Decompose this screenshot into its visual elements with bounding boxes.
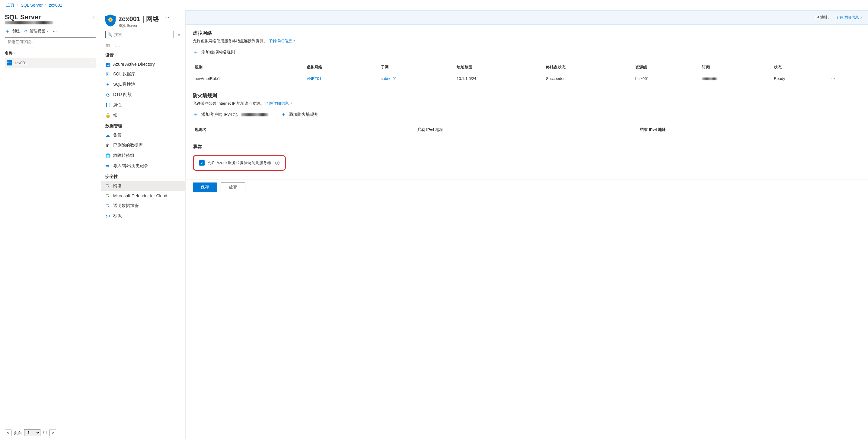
cell-subnet-link[interactable]: subnet01 [381, 76, 397, 81]
breadcrumb-home[interactable]: 主页 [6, 2, 14, 8]
nav-item-tde[interactable]: 🛡透明数据加密 [101, 200, 185, 211]
obscured-subtitle [5, 21, 53, 24]
resource-item[interactable]: zcx001 ⋯ [5, 58, 96, 68]
cell-range: 10.1.1.0/24 [455, 73, 544, 84]
add-vnet-rule[interactable]: ＋ 添加虚拟网络规则 [193, 48, 235, 56]
more-commands-button[interactable]: ⋯ [53, 29, 57, 33]
nav-search-input[interactable] [114, 32, 172, 37]
cell-rg: hulk001 [633, 73, 700, 84]
col-range[interactable]: 地址范围 [455, 62, 544, 73]
vnet-table: 规则 虚拟网络 子网 地址范围 终结点状态 资源组 订阅 状态 newVnetR… [193, 62, 861, 84]
external-link-icon: ↗ [293, 39, 296, 43]
pager-select[interactable]: 1 [24, 429, 40, 436]
plus-icon: ＋ [193, 48, 199, 56]
nav-item-backup[interactable]: ☁备份 [101, 130, 185, 140]
network-shield-icon: 🛡 [105, 183, 110, 188]
nav-item-sql-db[interactable]: 🗄SQL 数据库 [101, 69, 185, 79]
tag-icon: 🏷 [105, 214, 110, 218]
col-subnet[interactable]: 子网 [379, 62, 455, 73]
fw-learn-more[interactable]: 了解详细信息↗ [265, 101, 292, 105]
col-endpoint[interactable]: 终结点状态 [544, 62, 633, 73]
pager: < 页面 1 / 1 > [5, 426, 96, 436]
sql-server-icon [7, 60, 12, 65]
col-fw-start[interactable]: 启动 IPv4 地址 [415, 124, 638, 135]
vnet-title: 虚拟网络 [193, 30, 861, 36]
database-icon: 🗄 [105, 72, 110, 76]
resource-list-panel: SQL Server « ＋ 创建 ⚙ 管理视图 ▾ ⋯ 名称 ↑↓ zcx00 [0, 10, 101, 439]
footer-bar: 保存 放弃 [186, 179, 868, 195]
nav-item-deleted-db[interactable]: 🗑已删除的数据库 [101, 140, 185, 151]
col-vnet[interactable]: 虚拟网络 [305, 62, 379, 73]
external-link-icon: ↗ [289, 102, 292, 105]
col-subscription[interactable]: 订阅 [700, 62, 772, 73]
nav-item-aad[interactable]: 👥Azure Active Directory [101, 59, 185, 69]
obscured-ip [241, 113, 268, 116]
resource-nav-panel: zcx001 | 网络 SQL Server ⋯ 🔍 « ▦…… 设置 👥Azu… [101, 10, 186, 439]
nav-item-tags[interactable]: 🏷标识 [101, 211, 185, 221]
allow-azure-checkbox[interactable]: ✓ [199, 160, 205, 166]
resource-item-more[interactable]: ⋯ [90, 61, 94, 65]
breadcrumb-sep: › [17, 3, 19, 7]
column-header-name[interactable]: 名称 ↑↓ [5, 51, 96, 56]
svg-rect-1 [110, 19, 111, 21]
col-rg[interactable]: 资源组 [633, 62, 700, 73]
save-button[interactable]: 保存 [193, 183, 217, 192]
info-icon[interactable]: i [275, 161, 279, 165]
collapse-nav-icon[interactable]: « [176, 31, 181, 38]
nav-item-network[interactable]: 🛡网络 [101, 181, 185, 191]
nav-item-truncated[interactable]: ▦…… [101, 40, 185, 50]
title-more-button[interactable]: ⋯ [162, 14, 172, 20]
create-button[interactable]: ＋ 创建 [5, 28, 20, 34]
fw-title: 防火墙规则 [193, 93, 861, 99]
plus-icon: ＋ [193, 111, 199, 119]
create-label: 创建 [12, 28, 20, 34]
add-client-ip[interactable]: ＋ 添加客户端 IPv4 地 [193, 111, 268, 119]
col-rule[interactable]: 规则 [193, 62, 305, 73]
nav-item-elastic[interactable]: ✦SQL 弹性池 [101, 79, 185, 90]
col-fw-name[interactable]: 规则名 [193, 124, 415, 135]
col-state[interactable]: 状态 [772, 62, 829, 73]
gauge-icon: ◔ [105, 92, 110, 97]
external-link-icon: ↗ [860, 16, 862, 19]
section-exceptions: 异常 ✓ 允许 Azure 服务和资源访问此服务器 i [186, 144, 868, 179]
info-strip-link[interactable]: 了解详细信息↗ [835, 15, 862, 20]
manage-view-button[interactable]: ⚙ 管理视图 ▾ [24, 28, 49, 34]
gear-icon: ⚙ [24, 29, 28, 33]
nav-item-lock[interactable]: 🔒锁 [101, 110, 185, 120]
nav-item-properties[interactable]: ┇┇属性 [101, 100, 185, 110]
nav-item-import-export[interactable]: ⇆导入/导出历史记录 [101, 161, 185, 171]
section-firewall: 防火墙规则 允许某些公共 Internet IP 地址访问资源。 了解详细信息↗… [186, 93, 868, 144]
sort-arrow-icon: ↑↓ [14, 52, 17, 55]
nav-group-security: 安全性 [101, 171, 185, 181]
aad-icon: 👥 [105, 62, 110, 67]
nav-item-dtu[interactable]: ◔DTU 配额 [101, 90, 185, 100]
search-icon: 🔍 [107, 32, 112, 37]
section-vnet: 虚拟网络 允许虚拟网络使用服务终结点连接到资源。 了解详细信息↗ ＋ 添加虚拟网… [186, 30, 868, 93]
row-more-button[interactable]: ⋯ [831, 76, 836, 81]
breadcrumb-resource[interactable]: zcx001 [49, 3, 62, 7]
main-content: IP 地址。 了解详细信息↗ 虚拟网络 允许虚拟网络使用服务终结点连接到资源。 … [186, 10, 868, 439]
nav-item-defender[interactable]: 🛡Microsoft Defender for Cloud [101, 191, 185, 200]
discard-button[interactable]: 放弃 [221, 183, 245, 192]
plus-icon: ＋ [5, 28, 10, 34]
nav-item-failover[interactable]: 🌐故障转移组 [101, 151, 185, 161]
pager-next[interactable]: > [50, 430, 56, 436]
pager-prev[interactable]: < [5, 430, 11, 436]
nav-search[interactable]: 🔍 [105, 31, 174, 38]
page-title: zcx001 | 网络 [119, 14, 159, 24]
failover-icon: 🌐 [105, 153, 110, 158]
filter-input[interactable] [5, 37, 96, 46]
nav-group-data: 数据管理 [101, 120, 185, 130]
breadcrumb-sqlserver[interactable]: SQL Server [21, 3, 43, 7]
add-firewall-rule[interactable]: ＋ 添加防火墙规则 [280, 111, 318, 119]
cell-vnet-link[interactable]: VNET01 [307, 76, 321, 81]
firewall-table: 规则名 启动 IPv4 地址 结束 IPv4 地址 [193, 124, 861, 135]
table-row[interactable]: newVnetRule1 VNET01 subnet01 10.1.1.0/24… [193, 73, 861, 84]
col-fw-end[interactable]: 结束 IPv4 地址 [638, 124, 861, 135]
history-icon: ⇆ [105, 163, 110, 168]
collapse-list-icon[interactable]: « [91, 13, 96, 21]
pager-total: / 1 [43, 431, 47, 435]
vnet-learn-more[interactable]: 了解详细信息↗ [269, 39, 296, 43]
breadcrumb-sep: › [45, 3, 46, 7]
breadcrumb: 主页 › SQL Server › zcx001 [0, 0, 868, 10]
